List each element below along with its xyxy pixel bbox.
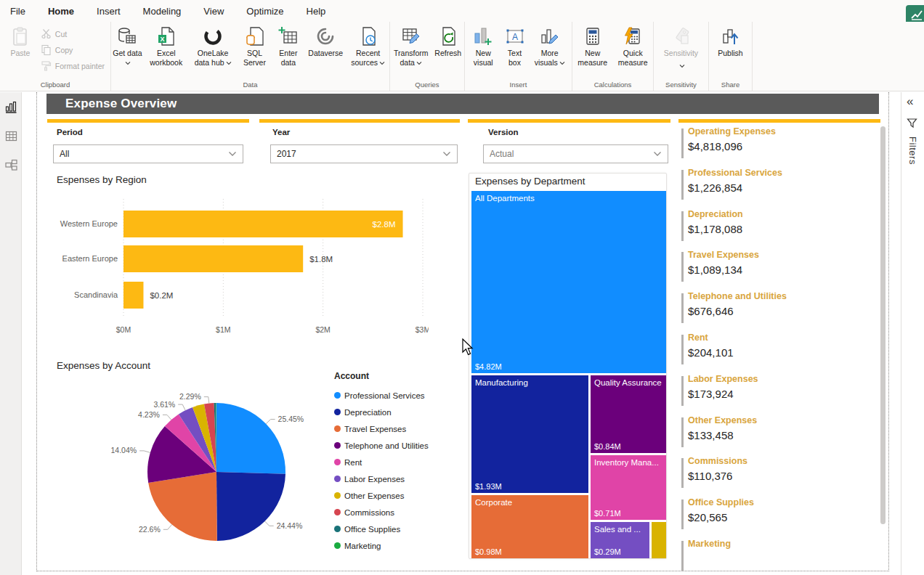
transform-data-button[interactable]: Transform data (390, 25, 431, 67)
new-measure-button[interactable]: New measure (572, 25, 613, 67)
card-label: Other Expenses (688, 415, 757, 425)
treemap-tile-sales-and-[interactable]: Sales and ...$0.29M (591, 522, 649, 558)
refresh-button[interactable]: Refresh (431, 25, 464, 58)
tile-name: Sales and ... (594, 525, 641, 534)
legend-dot (334, 492, 341, 499)
legend-item-labor-expenses[interactable]: Labor Expenses (334, 470, 429, 487)
menu-tab-insert[interactable]: Insert (97, 6, 121, 17)
legend-label: Marketing (344, 542, 381, 550)
card-accent-bar (681, 252, 684, 282)
menu-tab-file[interactable]: File (10, 6, 25, 17)
card-value: $1,089,134 (688, 264, 742, 276)
treemap-tile-all-departments[interactable]: All Departments$4.82M (471, 191, 666, 373)
slicer-version-dropdown[interactable]: Actual (483, 144, 668, 163)
onelake-icon (203, 26, 223, 46)
filters-pane-title: Filters (907, 136, 918, 165)
slicer-period-dropdown[interactable]: All (53, 144, 243, 163)
legend-item-office-supplies[interactable]: Office Supplies (334, 521, 429, 537)
legend-item-marketing[interactable]: Marketing (334, 537, 429, 554)
view-sidebar (0, 92, 22, 575)
menu-tab-home[interactable]: Home (48, 6, 74, 17)
ribbon-group-label: Data (111, 81, 389, 91)
legend-item-professional-services[interactable]: Professional Services (334, 387, 429, 404)
chevron-down-icon (653, 149, 662, 159)
legend-item-commissions[interactable]: Commissions (334, 504, 429, 521)
chevron-down-icon (678, 58, 685, 71)
treemap-tile-inventory-mana-[interactable]: Inventory Mana...$0.71M (591, 455, 666, 520)
quick-measure-button[interactable]: Quick measure (613, 25, 654, 67)
ribbon-group-label: Share (709, 81, 752, 91)
svg-text:$2M: $2M (315, 325, 330, 334)
svg-text:3.61%: 3.61% (153, 400, 175, 409)
cut-icon (41, 28, 52, 39)
sql-server-button[interactable]: SQL Server (238, 25, 272, 67)
data-view-icon[interactable] (5, 130, 17, 142)
bar-scandinavia[interactable] (123, 282, 143, 309)
card-accent-bar (681, 458, 684, 488)
legend-item-travel-expenses[interactable]: Travel Expenses (334, 420, 429, 437)
ribbon-group-queries: Transform dataRefreshQueries (390, 22, 465, 91)
excel-workbook-button[interactable]: XExcel workbook (144, 25, 189, 67)
pie-slice-depreciation[interactable] (216, 472, 285, 541)
card-label: Commissions (688, 456, 747, 466)
ribbon-group-insert: New visualAText boxMore visualsInsert (465, 22, 572, 91)
card-office-supplies: Office Supplies$20,565 (678, 497, 875, 532)
pie-slice-professional-services[interactable] (216, 403, 285, 474)
legend-item-rent[interactable]: Rent (334, 454, 429, 470)
dataverse-icon (315, 26, 336, 46)
text-box-button[interactable]: AText box (502, 25, 528, 67)
slicer-version-label: Version (488, 128, 519, 136)
svg-text:2.29%: 2.29% (179, 392, 201, 401)
bar-chart-title: Espenses by Region (57, 174, 147, 185)
legend-dot (334, 442, 341, 449)
get-data-button[interactable]: Get data (112, 25, 142, 67)
ribbon-group-clipboard: PasteCutCopyFormat painterClipboard (0, 22, 111, 91)
menu-tab-modeling[interactable]: Modeling (143, 6, 182, 17)
recent-sources-button[interactable]: Recent sources (348, 25, 389, 67)
menu-tab-view[interactable]: View (203, 6, 224, 17)
tile-value: $4.82M (475, 362, 502, 371)
ribbon-group-label: Clipboard (0, 81, 110, 91)
sql-server-button-label: SQL Server (238, 49, 272, 67)
copy-icon (41, 44, 52, 55)
publish-button[interactable]: Publish (713, 25, 749, 58)
legend-dot (334, 459, 341, 465)
card-scrollbar[interactable] (880, 126, 885, 524)
report-view-icon[interactable] (5, 101, 17, 113)
bar-eastern-europe[interactable] (123, 245, 303, 272)
bar-western-europe[interactable] (123, 211, 403, 237)
menu-tab-help[interactable]: Help (307, 6, 326, 17)
ribbon-group-label: Insert (465, 81, 572, 91)
dataverse-button[interactable]: Dataverse (304, 25, 346, 58)
card-label: Professional Services (688, 168, 782, 178)
menu-tab-optimize[interactable]: Optimize (246, 6, 283, 17)
slicer-year-dropdown[interactable]: 2017 (270, 144, 458, 163)
treemap-tile-quality-assurance[interactable]: Quality Assurance$0.84M (591, 375, 666, 453)
card-label: Telephone and Utilities (688, 291, 787, 301)
card-commissions: Commissions$110,376 (678, 456, 875, 491)
enter-data-button[interactable]: Enter data (273, 25, 304, 67)
recent-sources-icon (358, 26, 378, 46)
legend-item-telephone-and-utilities[interactable]: Telephone and Utilities (334, 437, 429, 454)
new-visual-button[interactable]: New visual (467, 25, 499, 67)
more-visuals-button[interactable]: More visuals (530, 25, 570, 67)
treemap-tile-small[interactable] (652, 522, 666, 558)
legend-label: Rent (344, 458, 362, 467)
model-view-icon[interactable] (5, 159, 17, 171)
svg-text:4.23%: 4.23% (138, 410, 160, 419)
legend-item-depreciation[interactable]: Depreciation (334, 404, 429, 420)
onelake-data-hub-button[interactable]: OneLake data hub (190, 25, 236, 67)
treemap-title: Expenses by Department (475, 176, 585, 187)
treemap-tile-corporate[interactable]: Corporate$0.98M (471, 495, 588, 558)
legend-item-other-expenses[interactable]: Other Expenses (334, 487, 429, 504)
paste-button-label: Paste (10, 49, 30, 58)
treemap-tile-manufacturing[interactable]: Manufacturing$1.93M (471, 375, 588, 493)
dataverse-button-label: Dataverse (308, 49, 343, 58)
svg-text:X: X (160, 36, 164, 43)
onelake-data-hub-button-label: OneLake data hub (190, 49, 236, 67)
card-accent-bar (681, 129, 684, 158)
legend-label: Travel Expenses (344, 425, 406, 433)
tile-value: $0.84M (594, 442, 621, 451)
expand-filters-icon[interactable]: « (907, 94, 913, 109)
svg-text:$0.2M: $0.2M (150, 291, 173, 300)
